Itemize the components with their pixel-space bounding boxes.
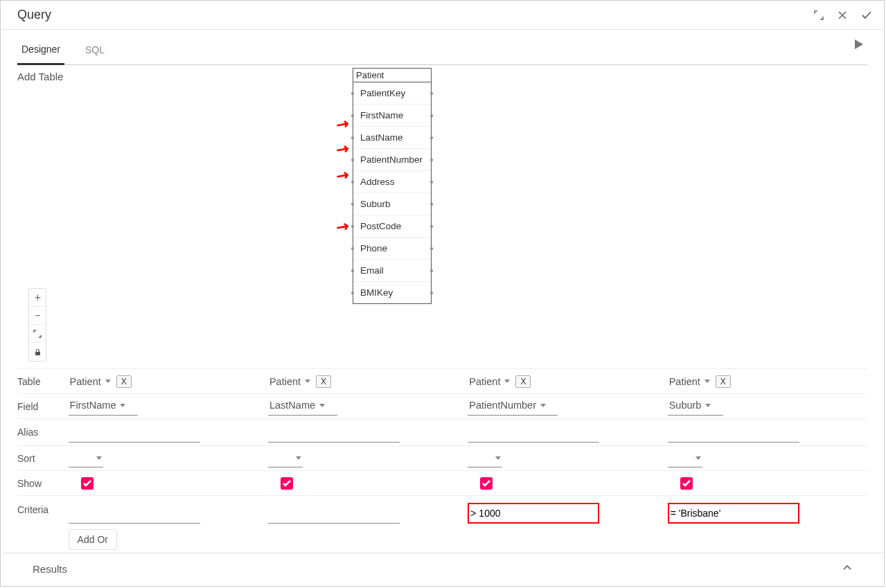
caret-down-icon xyxy=(695,456,701,460)
annotation-arrow-icon: ↗ xyxy=(332,215,353,238)
cell-field-1: LastName xyxy=(268,394,468,418)
run-query-button[interactable] xyxy=(852,38,865,53)
table-node-title: Patient xyxy=(353,69,431,82)
remove-column-button-1[interactable]: X xyxy=(316,375,331,388)
remove-column-button-0[interactable]: X xyxy=(116,375,132,388)
query-grid: Table Patient X Patient X Patient X Pati… xyxy=(17,368,867,553)
table-node-patient[interactable]: Patient PatientKey FirstName LastName Pa… xyxy=(353,68,432,304)
table-dropdown-0[interactable]: Patient xyxy=(69,373,112,390)
caret-down-icon xyxy=(504,380,510,383)
table-dropdown-2[interactable]: Patient xyxy=(468,373,511,390)
grid-row-criteria: Criteria Add Or xyxy=(17,496,867,553)
annotation-arrow-icon: ↗ xyxy=(332,113,353,135)
field-bmikey[interactable]: BMIKey xyxy=(353,282,431,303)
field-dropdown-0[interactable]: FirstName xyxy=(69,397,138,416)
annotation-arrow-icon: ↗ xyxy=(332,164,353,186)
sort-dropdown-3[interactable] xyxy=(668,449,702,467)
field-postcode[interactable]: PostCode xyxy=(353,215,431,238)
row-label-show: Show xyxy=(17,478,69,489)
show-checkbox-0[interactable] xyxy=(81,477,94,490)
field-firstname[interactable]: FirstName xyxy=(353,105,431,127)
criteria-input-2[interactable] xyxy=(468,503,599,524)
field-suburb[interactable]: Suburb xyxy=(353,193,431,215)
expand-icon[interactable] xyxy=(813,10,824,21)
field-dropdown-1[interactable]: LastName xyxy=(268,397,337,416)
alias-input-2[interactable] xyxy=(468,422,599,443)
table-dropdown-3[interactable]: Patient xyxy=(668,373,711,390)
results-label: Results xyxy=(33,563,67,575)
lock-button[interactable] xyxy=(29,343,46,361)
close-icon[interactable] xyxy=(837,10,848,21)
add-or-button[interactable]: Add Or xyxy=(69,529,117,550)
cell-table-0: Patient X xyxy=(69,371,268,393)
caret-down-icon xyxy=(495,456,501,460)
field-lastname[interactable]: LastName xyxy=(353,127,431,149)
caret-down-icon xyxy=(296,456,301,460)
titlebar: Query xyxy=(2,1,883,30)
add-table-link[interactable]: Add Table xyxy=(17,71,63,82)
field-dropdown-2[interactable]: PatientNumber xyxy=(468,397,558,416)
caret-down-icon xyxy=(705,380,710,383)
grid-row-table: Table Patient X Patient X Patient X Pati… xyxy=(17,369,867,394)
annotation-arrow-icon: ↗ xyxy=(332,138,353,160)
zoom-controls: ＋ － xyxy=(28,288,46,362)
criteria-input-1[interactable] xyxy=(268,503,400,524)
grid-row-sort: Sort xyxy=(17,446,867,471)
field-patientkey[interactable]: PatientKey xyxy=(353,82,431,105)
caret-down-icon xyxy=(705,404,711,407)
remove-column-button-2[interactable]: X xyxy=(515,375,531,388)
tabs: Designer SQL xyxy=(17,39,867,65)
cell-table-3: Patient X xyxy=(668,371,867,393)
row-label-sort: Sort xyxy=(17,453,69,464)
caret-down-icon xyxy=(319,404,325,407)
zoom-fit-button[interactable] xyxy=(29,325,46,343)
show-checkbox-1[interactable] xyxy=(281,477,293,490)
row-label-field: Field xyxy=(17,401,69,412)
field-phone[interactable]: Phone xyxy=(353,238,431,260)
tab-designer[interactable]: Designer xyxy=(17,39,64,65)
cell-field-0: FirstName xyxy=(69,394,268,418)
row-label-table: Table xyxy=(17,376,69,387)
caret-down-icon xyxy=(105,380,111,383)
criteria-input-0[interactable] xyxy=(69,503,200,524)
table-dropdown-1[interactable]: Patient xyxy=(268,373,312,390)
caret-down-icon xyxy=(540,404,546,407)
field-address[interactable]: Address xyxy=(353,171,431,193)
results-panel-header[interactable]: Results xyxy=(2,553,883,585)
query-window: Query Designer SQL Add Table Patient Pat… xyxy=(0,0,885,587)
zoom-in-button[interactable]: ＋ xyxy=(29,289,46,307)
chevron-up-icon xyxy=(842,563,852,575)
tab-sql[interactable]: SQL xyxy=(81,40,109,64)
caret-down-icon xyxy=(96,456,102,460)
zoom-out-button[interactable]: － xyxy=(29,307,46,325)
window-title: Query xyxy=(17,8,51,22)
grid-row-field: Field FirstName LastName PatientNumber S… xyxy=(17,394,867,419)
cell-table-1: Patient X xyxy=(268,371,468,393)
row-label-alias: Alias xyxy=(17,427,69,438)
alias-input-3[interactable] xyxy=(668,422,799,443)
caret-down-icon xyxy=(305,380,310,383)
caret-down-icon xyxy=(120,404,125,407)
cell-field-3: Suburb xyxy=(668,394,867,418)
sort-dropdown-0[interactable] xyxy=(69,449,103,467)
confirm-icon[interactable] xyxy=(860,9,873,21)
sort-dropdown-2[interactable] xyxy=(468,449,502,467)
alias-input-1[interactable] xyxy=(268,422,400,443)
cell-field-2: PatientNumber xyxy=(468,394,667,418)
remove-column-button-3[interactable]: X xyxy=(716,375,731,388)
grid-row-alias: Alias xyxy=(17,419,867,446)
show-checkbox-3[interactable] xyxy=(680,477,693,490)
sort-dropdown-1[interactable] xyxy=(268,449,303,467)
show-checkbox-2[interactable] xyxy=(480,477,493,490)
field-patientnumber[interactable]: PatientNumber xyxy=(353,149,431,171)
row-label-criteria: Criteria xyxy=(17,500,69,515)
cell-table-2: Patient X xyxy=(468,371,667,393)
field-email[interactable]: Email xyxy=(353,260,431,282)
field-dropdown-3[interactable]: Suburb xyxy=(668,397,723,416)
titlebar-actions xyxy=(813,9,873,21)
criteria-input-3[interactable] xyxy=(668,503,799,524)
designer-canvas[interactable]: Add Table Patient PatientKey FirstName L… xyxy=(17,65,867,368)
alias-input-0[interactable] xyxy=(69,422,200,443)
grid-row-show: Show xyxy=(17,471,867,496)
